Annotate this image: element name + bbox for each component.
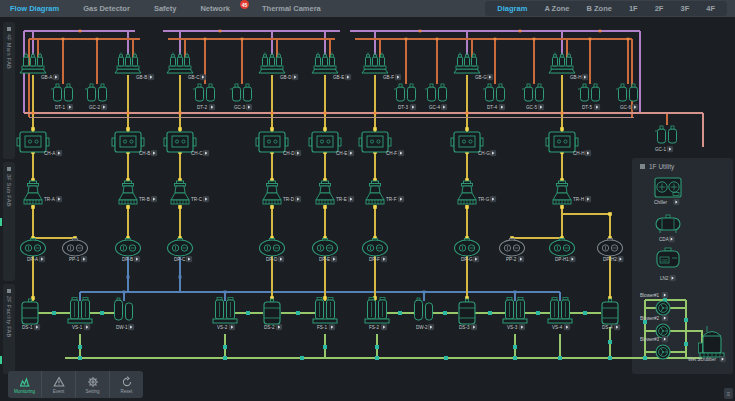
equipment-blower-1[interactable] xyxy=(656,301,670,315)
equipment-dp-g[interactable] xyxy=(455,239,480,257)
equipment-tr-c[interactable] xyxy=(171,181,189,204)
equipment-ch-c[interactable] xyxy=(164,132,196,152)
equipment-dp-f[interactable] xyxy=(363,239,388,257)
equipment-dp-d[interactable] xyxy=(260,239,285,257)
detail-button-tr-d[interactable] xyxy=(295,196,300,201)
equipment-ch-b[interactable] xyxy=(112,132,144,152)
detail-button-vs-1[interactable] xyxy=(84,324,89,329)
equipment-gc-2[interactable] xyxy=(85,84,107,101)
detail-button-ch-f[interactable] xyxy=(398,150,403,155)
detail-button-dw-2[interactable] xyxy=(428,324,433,329)
equipment-gc-6[interactable] xyxy=(616,84,638,101)
detail-button-ch-e[interactable] xyxy=(348,150,353,155)
equipment-ln2[interactable]: LN2 xyxy=(657,248,679,267)
zone-tab-1f[interactable]: 1F xyxy=(629,4,638,13)
equipment-dp-a[interactable] xyxy=(21,239,46,257)
detail-button-ch-g[interactable] xyxy=(490,150,495,155)
detail-button-gc-5[interactable] xyxy=(538,104,543,109)
detail-button-ch-c[interactable] xyxy=(203,150,208,155)
zone-tab-a-zone[interactable]: A Zone xyxy=(544,4,569,13)
equipment-dp-e[interactable] xyxy=(313,239,338,257)
equipment-ds-1[interactable] xyxy=(22,299,38,324)
equipment-pp-1[interactable] xyxy=(63,239,88,257)
equipment-ch-f[interactable] xyxy=(359,132,391,152)
nav-item-safety[interactable]: Safety xyxy=(154,4,177,13)
equipment-dw-1[interactable] xyxy=(115,298,133,320)
equipment-gc-1[interactable] xyxy=(655,126,677,143)
equipment-ch-a[interactable] xyxy=(17,132,49,152)
detail-button-tr-g[interactable] xyxy=(490,196,495,201)
nav-item-thermal-camera[interactable]: Thermal Camera xyxy=(262,4,321,13)
detail-button-tr-e[interactable] xyxy=(348,196,353,201)
equipment-vs-1[interactable] xyxy=(68,298,92,324)
detail-button-blower-2[interactable] xyxy=(662,315,667,320)
detail-button-dp-c[interactable] xyxy=(186,256,191,261)
detail-button-dp-g[interactable] xyxy=(473,256,478,261)
equipment-ds-4[interactable] xyxy=(602,299,618,324)
event-button[interactable]: Event xyxy=(42,371,76,398)
equipment-dp-b[interactable] xyxy=(116,239,141,257)
detail-button-dp-e[interactable] xyxy=(331,256,336,261)
equipment-blower-2[interactable] xyxy=(656,324,670,338)
zone-tab-2f[interactable]: 2F xyxy=(655,4,664,13)
detail-button-gc-1[interactable] xyxy=(667,146,672,151)
equipment-fs-1[interactable] xyxy=(313,298,337,324)
equipment-dw-2[interactable] xyxy=(415,298,433,320)
detail-button-wet-scrubber[interactable] xyxy=(720,356,725,361)
equipment-vs-4[interactable] xyxy=(548,298,572,324)
zone-tab-3f[interactable]: 3F xyxy=(680,4,689,13)
equipment-tr-h[interactable] xyxy=(553,181,571,204)
detail-button-gc-2[interactable] xyxy=(101,104,106,109)
equipment-fs-2[interactable] xyxy=(365,298,389,324)
equipment-blower-3[interactable] xyxy=(656,345,670,359)
detail-button-gb-b[interactable] xyxy=(148,74,153,79)
equipment-vs-3[interactable] xyxy=(503,298,527,324)
equipment-ch-d[interactable] xyxy=(256,132,288,152)
equipment-ch-e[interactable] xyxy=(309,132,341,152)
detail-button-vs-4[interactable] xyxy=(564,324,569,329)
detail-button-gb-d[interactable] xyxy=(292,74,297,79)
equipment-gb-c[interactable] xyxy=(167,53,193,74)
equipment-dp-h1[interactable] xyxy=(550,239,575,257)
equipment-tr-b[interactable] xyxy=(119,181,137,204)
equipment-dt-1[interactable] xyxy=(51,84,73,101)
detail-button-ds-2[interactable] xyxy=(276,324,281,329)
detail-button-blower-3[interactable] xyxy=(662,336,667,341)
equipment-gb-e[interactable] xyxy=(312,53,338,74)
detail-button-dw-1[interactable] xyxy=(128,324,133,329)
detail-button-tr-a[interactable] xyxy=(56,196,61,201)
equipment-vs-2[interactable] xyxy=(213,298,237,324)
detail-button-gc-4[interactable] xyxy=(441,104,446,109)
zone-tab-4f[interactable]: 4F xyxy=(706,4,715,13)
equipment-gb-h[interactable] xyxy=(549,53,575,74)
detail-button-dp-h1[interactable] xyxy=(570,256,575,261)
monitoring-button[interactable]: Monitoring xyxy=(8,371,42,398)
detail-button-gb-g[interactable] xyxy=(487,74,492,79)
equipment-tr-f[interactable] xyxy=(366,181,384,204)
detail-button-dp-h2[interactable] xyxy=(618,256,623,261)
equipment-dt-2[interactable] xyxy=(193,84,215,101)
detail-button-ds-3[interactable] xyxy=(471,324,476,329)
equipment-dt-4[interactable] xyxy=(483,84,505,101)
detail-button-gb-e[interactable] xyxy=(345,74,350,79)
detail-button-tr-h[interactable] xyxy=(585,196,590,201)
equipment-pp-2[interactable] xyxy=(500,239,525,257)
detail-button-fs-1[interactable] xyxy=(329,324,334,329)
equipment-dp-h2[interactable] xyxy=(598,239,623,257)
detail-button-pp-2[interactable] xyxy=(518,256,523,261)
detail-button-gc-6[interactable] xyxy=(632,104,637,109)
equipment-gc-5[interactable] xyxy=(522,84,544,101)
detail-button-dp-b[interactable] xyxy=(134,256,139,261)
equipment-tr-d[interactable] xyxy=(263,181,281,204)
nav-item-flow-diagram[interactable]: Flow Diagram xyxy=(10,4,59,13)
equipment-gb-d[interactable] xyxy=(259,53,285,74)
detail-button-vs-3[interactable] xyxy=(519,324,524,329)
detail-button-gb-c[interactable] xyxy=(200,74,205,79)
equipment-gb-b[interactable] xyxy=(115,53,141,74)
detail-button-dt-3[interactable] xyxy=(410,104,415,109)
detail-button-dt-4[interactable] xyxy=(499,104,504,109)
equipment-dp-c[interactable] xyxy=(168,239,193,257)
equipment-gb-f[interactable] xyxy=(362,53,388,74)
detail-button-dt-1[interactable] xyxy=(67,104,72,109)
detail-button-ch-d[interactable] xyxy=(295,150,300,155)
